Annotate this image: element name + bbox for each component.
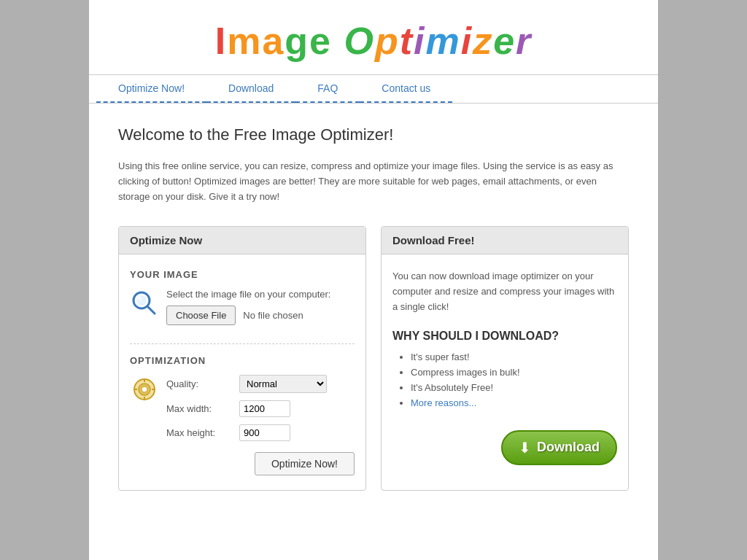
magnifier-icon: [130, 289, 159, 318]
download-arrow-icon: ⬇: [519, 439, 531, 456]
no-file-text: No file chosen: [243, 310, 303, 321]
panels: Optimize Now YOUR IMAGE: [118, 226, 629, 491]
logo: Image Optimizer: [215, 22, 533, 60]
more-reasons-link[interactable]: More reasons...: [411, 397, 476, 408]
list-item: It's super fast!: [411, 351, 617, 362]
logo-area: Image Optimizer: [89, 0, 658, 74]
your-image-label: YOUR IMAGE: [130, 269, 355, 280]
optimize-now-button[interactable]: Optimize Now!: [255, 452, 355, 475]
quality-row: Quality: Low Normal High: [166, 375, 355, 393]
optimization-section: Quality: Low Normal High Max width:: [130, 375, 355, 475]
main-content: Welcome to the Free Image Optimizer! Usi…: [89, 104, 658, 513]
max-height-label: Max height:: [166, 427, 239, 438]
page-wrapper: Image Optimizer Optimize Now! Download F…: [89, 0, 658, 560]
intro-text: Using this free online service, you can …: [118, 159, 629, 204]
download-panel: Download Free! You can now download imag…: [381, 226, 629, 491]
select-file-label: Select the image file on your computer:: [166, 289, 330, 300]
quality-select[interactable]: Low Normal High: [239, 375, 327, 393]
why-list: It's super fast! Compress images in bulk…: [392, 351, 617, 408]
download-btn-wrap: ⬇ Download: [392, 423, 617, 472]
list-item: It's Absolutely Free!: [411, 382, 617, 393]
optimization-label: OPTIMIZATION: [130, 355, 355, 366]
max-width-label: Max width:: [166, 403, 239, 414]
max-width-input[interactable]: [239, 400, 290, 417]
svg-point-3: [137, 296, 142, 300]
download-btn-text: Download: [537, 440, 600, 455]
main-nav: Optimize Now! Download FAQ Contact us: [89, 74, 658, 104]
reason-1: It's super fast!: [411, 351, 470, 362]
nav-contact[interactable]: Contact us: [360, 75, 452, 103]
image-section-content: Select the image file on your computer: …: [166, 289, 330, 325]
reason-2: Compress images in bulk!: [411, 367, 520, 378]
nav-optimize-now[interactable]: Optimize Now!: [96, 75, 206, 103]
max-height-row: Max height:: [166, 424, 355, 441]
settings-icon: [130, 375, 159, 404]
nav-download[interactable]: Download: [206, 75, 295, 103]
welcome-title: Welcome to the Free Image Optimizer!: [118, 125, 629, 144]
reason-3: It's Absolutely Free!: [411, 382, 493, 393]
optimize-panel: Optimize Now YOUR IMAGE: [118, 226, 366, 491]
optimize-panel-header: Optimize Now: [119, 227, 365, 254]
svg-line-2: [147, 306, 155, 314]
image-section: Select the image file on your computer: …: [130, 289, 355, 325]
max-width-row: Max width:: [166, 400, 355, 417]
download-button[interactable]: ⬇ Download: [501, 430, 617, 465]
list-item: Compress images in bulk!: [411, 367, 617, 378]
download-panel-header: Download Free!: [382, 227, 628, 254]
file-input-row: Choose File No file chosen: [166, 306, 330, 325]
nav-faq[interactable]: FAQ: [295, 75, 360, 103]
download-panel-body: You can now download image optimizer on …: [382, 254, 628, 486]
download-intro: You can now download image optimizer on …: [392, 269, 617, 314]
svg-point-6: [142, 386, 147, 392]
opt-form: Quality: Low Normal High Max width:: [166, 375, 355, 475]
why-title: WHY SHOULD I DOWNLOAD?: [392, 330, 617, 343]
max-height-input[interactable]: [239, 424, 290, 441]
list-item: More reasons...: [411, 397, 617, 408]
choose-file-button[interactable]: Choose File: [166, 306, 236, 325]
quality-label: Quality:: [166, 378, 239, 389]
section-divider: [130, 343, 355, 344]
optimize-panel-body: YOUR IMAGE Select the image file on y: [119, 254, 365, 490]
